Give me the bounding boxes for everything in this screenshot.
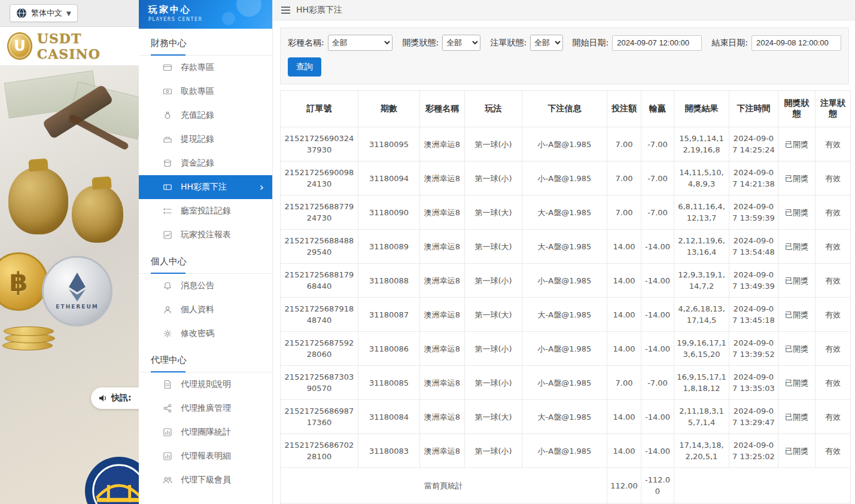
- cell-bet-amount: 14.00: [607, 434, 641, 468]
- sidebar-item[interactable]: 代理規則說明: [139, 372, 272, 396]
- cell-play: 第一球(小): [465, 127, 522, 161]
- cell-bet-info: 大-A盤@1.985: [522, 298, 607, 332]
- sidebar-item-label: 取款專區: [181, 86, 214, 97]
- cash-out-icon: [163, 135, 172, 144]
- report-chart-icon: [163, 230, 172, 240]
- bell-icon: [163, 281, 172, 291]
- cell-bet-amount: 7.00: [607, 196, 641, 230]
- cell-bet-info: 小-A盤@1.985: [522, 366, 607, 400]
- cell-lottery-name: 澳洲幸运8: [420, 161, 465, 196]
- order-status-select[interactable]: 全部: [530, 35, 562, 51]
- table-row: 215217256881796844031180088澳洲幸运8第一球(小)小-…: [281, 264, 851, 298]
- cell-lottery-name: 澳洲幸运8: [420, 434, 465, 468]
- cell-bet-amount: 14.00: [607, 400, 641, 434]
- cell-period: 31180086: [358, 332, 420, 366]
- sidebar-header: 玩家中心 PLAYERS CENTER: [139, 0, 272, 29]
- sidebar-item-label: 廳室投註記錄: [181, 206, 231, 216]
- end-date-input[interactable]: [751, 35, 841, 51]
- cell-win-loss: -7.00: [641, 127, 674, 161]
- cell-play: 第一球(大): [465, 298, 522, 332]
- order-status-label: 注單狀態:: [490, 38, 527, 48]
- cell-order-no: 2152172568730390570: [281, 366, 358, 400]
- lottery-ticket-icon: [163, 182, 172, 192]
- main-panel: HH彩票下注 彩種名稱: 全部 開獎狀態: 全部 注單狀態: 全部 開始日期: …: [273, 0, 855, 504]
- cell-period: 31180083: [358, 434, 420, 468]
- sidebar-item[interactable]: 代理團隊統計: [139, 420, 272, 444]
- cell-lottery-name: 澳洲幸运8: [420, 127, 465, 161]
- section-title: 代理中心: [139, 355, 272, 372]
- cell-play: 第一球(大): [465, 230, 522, 264]
- sidebar-item-label: 代理規則說明: [181, 379, 231, 390]
- cell-play: 第一球(小): [465, 264, 522, 298]
- search-button[interactable]: 查詢: [288, 57, 321, 77]
- column-header: 投注額: [607, 91, 641, 127]
- cell-lottery-name: 澳洲幸运8: [420, 264, 465, 298]
- cell-win-loss: -14.00: [641, 298, 674, 332]
- cell-period: 31180095: [358, 127, 420, 161]
- site-logo[interactable]: U USDT CASINO: [0, 27, 139, 66]
- globe-icon: [16, 8, 27, 19]
- table-row: 215217256875922806031180086澳洲幸运8第一球(小)小-…: [281, 332, 851, 366]
- start-date-input[interactable]: [612, 35, 702, 51]
- sidebar-item[interactable]: 消息公告: [139, 274, 272, 298]
- cell-draw-result: 4,2,6,18,13,17,14,5: [674, 298, 729, 332]
- deposit-card-icon: [163, 63, 172, 72]
- team-logo: [84, 456, 139, 504]
- sidebar-title: 玩家中心: [148, 4, 272, 16]
- sidebar-item[interactable]: 代理報表明細: [139, 444, 272, 468]
- sidebar-item[interactable]: 廳室投註記錄: [139, 199, 272, 223]
- cell-order-no: 2152172568698717360: [281, 400, 358, 434]
- sidebar-item[interactable]: 玩家投注報表: [139, 223, 272, 247]
- cell-lottery-name: 澳洲幸运8: [420, 366, 465, 400]
- sidebar-item-label: 消息公告: [181, 280, 214, 291]
- sidebar-item[interactable]: HH彩票下注›: [139, 175, 272, 199]
- sidebar-item[interactable]: 提現記錄: [139, 127, 272, 151]
- news-ticker[interactable]: 快訊:: [91, 387, 139, 409]
- logo-text: USDT CASINO: [37, 30, 139, 62]
- sidebar-item[interactable]: 個人資料: [139, 298, 272, 322]
- draw-status-select[interactable]: 全部: [442, 35, 480, 51]
- hamburger-menu-icon[interactable]: [281, 10, 290, 11]
- sidebar-item[interactable]: 充值記錄: [139, 103, 272, 127]
- cell-order-no: 2152172568670228100: [281, 434, 358, 468]
- cell-lottery-name: 澳洲幸运8: [420, 400, 465, 434]
- main-topbar: HH彩票下注: [273, 0, 855, 20]
- banknote-icon: [163, 87, 172, 96]
- sidebar-item[interactable]: 代理推廣管理: [139, 396, 272, 420]
- sidebar-item-label: 提現記錄: [181, 134, 214, 145]
- sidebar-item-label: 充值記錄: [181, 110, 214, 121]
- cell-draw-status: 已開獎: [778, 230, 816, 264]
- cell-order-status: 有效: [816, 230, 851, 264]
- cell-draw-result: 19,9,16,17,13,6,15,20: [674, 332, 729, 366]
- cell-period: 31180085: [358, 366, 420, 400]
- filter-panel: 彩種名稱: 全部 開獎狀態: 全部 注單狀態: 全部 開始日期: 結束日期: 查…: [280, 28, 849, 84]
- bar-chart-icon: [163, 451, 172, 461]
- column-header: 期數: [358, 91, 420, 127]
- lottery-name-select[interactable]: 全部: [328, 35, 393, 51]
- summary-empty: [674, 468, 851, 503]
- cell-bet-time: 2024-09-07 13:45:18: [729, 298, 778, 332]
- moneybag-icon: [163, 111, 172, 120]
- cell-draw-status: 已開獎: [778, 434, 816, 468]
- cell-bet-time: 2024-09-07 13:49:39: [729, 264, 778, 298]
- sidebar-item[interactable]: 修改密碼: [139, 322, 272, 346]
- page-title: HH彩票下注: [296, 5, 342, 16]
- draw-status-label: 開獎狀態:: [402, 38, 439, 48]
- column-header: 注單狀態: [816, 91, 851, 127]
- sidebar-item[interactable]: 取款專區: [139, 80, 272, 103]
- sidebar-item[interactable]: 代理下級會員: [139, 468, 272, 492]
- sidebar-item[interactable]: 存款專區: [139, 56, 272, 80]
- cell-play: 第一球(小): [465, 366, 522, 400]
- list-icon: [163, 206, 172, 216]
- summary-win-loss: -112.00: [641, 468, 674, 503]
- cell-win-loss: -14.00: [641, 434, 674, 468]
- left-topbar: 繁体中文 ▼: [0, 0, 139, 27]
- sidebar-item-label: HH彩票下注: [181, 182, 227, 193]
- cell-bet-time: 2024-09-07 13:35:03: [729, 366, 778, 400]
- cell-bet-time: 2024-09-07 13:59:39: [729, 196, 778, 230]
- sidebar-item[interactable]: 資金記錄: [139, 151, 272, 175]
- language-selector[interactable]: 繁体中文 ▼: [10, 4, 78, 22]
- cell-draw-status: 已開獎: [778, 196, 816, 230]
- table-row: 215217256900982413031180094澳洲幸运8第一球(小)小-…: [281, 161, 851, 196]
- sidebar-item-label: 資金記錄: [181, 158, 214, 169]
